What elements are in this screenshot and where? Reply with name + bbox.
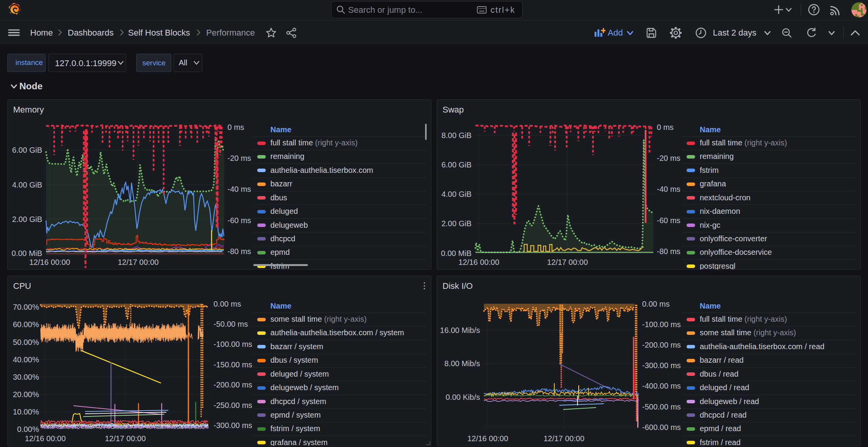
svg-text:4.00 GiB: 4.00 GiB <box>441 190 472 198</box>
svg-text:-500.00 ms: -500.00 ms <box>642 403 681 411</box>
svg-text:0.00 ms: 0.00 ms <box>214 300 241 308</box>
svg-text:0.00 Kib/s: 0.00 Kib/s <box>446 393 480 401</box>
svg-text:50.00%: 50.00% <box>13 338 39 346</box>
svg-text:6.00 GiB: 6.00 GiB <box>12 146 42 154</box>
svg-text:-200.00 ms: -200.00 ms <box>642 341 681 349</box>
svg-text:12/17 00:00: 12/17 00:00 <box>118 258 159 266</box>
svg-text:12/17 00:00: 12/17 00:00 <box>105 434 146 443</box>
svg-text:6.00 GiB: 6.00 GiB <box>441 160 472 169</box>
svg-text:-20 ms: -20 ms <box>227 154 251 162</box>
svg-text:-20 ms: -20 ms <box>657 154 680 162</box>
svg-text:12/17 00:00: 12/17 00:00 <box>543 434 584 443</box>
svg-text:-40 ms: -40 ms <box>227 185 251 193</box>
svg-text:40.00%: 40.00% <box>13 355 39 364</box>
svg-text:-40 ms: -40 ms <box>657 185 680 193</box>
svg-text:16.00 Mib/s: 16.00 Mib/s <box>440 326 480 334</box>
svg-text:-200.00 ms: -200.00 ms <box>214 380 252 389</box>
svg-text:4.00 GiB: 4.00 GiB <box>12 181 42 189</box>
svg-text:0.00 MiB: 0.00 MiB <box>12 249 42 258</box>
svg-text:0.00 MiB: 0.00 MiB <box>441 249 472 258</box>
svg-text:0 ms: 0 ms <box>657 123 673 131</box>
svg-text:0.00%: 0.00% <box>17 425 39 433</box>
svg-text:12/17 00:00: 12/17 00:00 <box>547 258 588 266</box>
svg-text:12/16 00:00: 12/16 00:00 <box>467 434 508 443</box>
svg-text:0 ms: 0 ms <box>227 123 244 131</box>
svg-text:-600.00 ms: -600.00 ms <box>642 423 681 432</box>
svg-text:30.00%: 30.00% <box>13 373 39 381</box>
svg-text:12/16 00:00: 12/16 00:00 <box>458 258 499 266</box>
svg-text:10.00%: 10.00% <box>13 408 39 416</box>
svg-text:-300.00 ms: -300.00 ms <box>214 421 252 430</box>
svg-text:0.00 ms: 0.00 ms <box>642 300 670 308</box>
svg-text:12/16 00:00: 12/16 00:00 <box>25 434 66 443</box>
svg-text:-150.00 ms: -150.00 ms <box>214 360 252 369</box>
svg-text:-100.00 ms: -100.00 ms <box>214 340 252 348</box>
svg-text:70.00%: 70.00% <box>13 303 39 311</box>
svg-text:-300.00 ms: -300.00 ms <box>642 361 681 370</box>
svg-text:-60 ms: -60 ms <box>227 216 251 225</box>
svg-text:-400.00 ms: -400.00 ms <box>642 382 681 390</box>
svg-text:8.00 GiB: 8.00 GiB <box>441 131 472 140</box>
svg-text:20.00%: 20.00% <box>13 390 39 399</box>
svg-text:8.00 Mib/s: 8.00 Mib/s <box>444 359 480 368</box>
svg-text:60.00%: 60.00% <box>13 320 39 329</box>
svg-text:-100.00 ms: -100.00 ms <box>642 320 681 329</box>
svg-text:-60 ms: -60 ms <box>657 216 680 225</box>
svg-text:-80 ms: -80 ms <box>657 247 680 256</box>
svg-text:12/16 00:00: 12/16 00:00 <box>29 258 70 266</box>
svg-text:-50.00 ms: -50.00 ms <box>214 320 248 328</box>
svg-text:-250.00 ms: -250.00 ms <box>214 401 252 409</box>
svg-text:2.00 GiB: 2.00 GiB <box>12 215 42 224</box>
svg-text:-80 ms: -80 ms <box>227 247 251 256</box>
svg-text:2.00 GiB: 2.00 GiB <box>441 219 472 228</box>
